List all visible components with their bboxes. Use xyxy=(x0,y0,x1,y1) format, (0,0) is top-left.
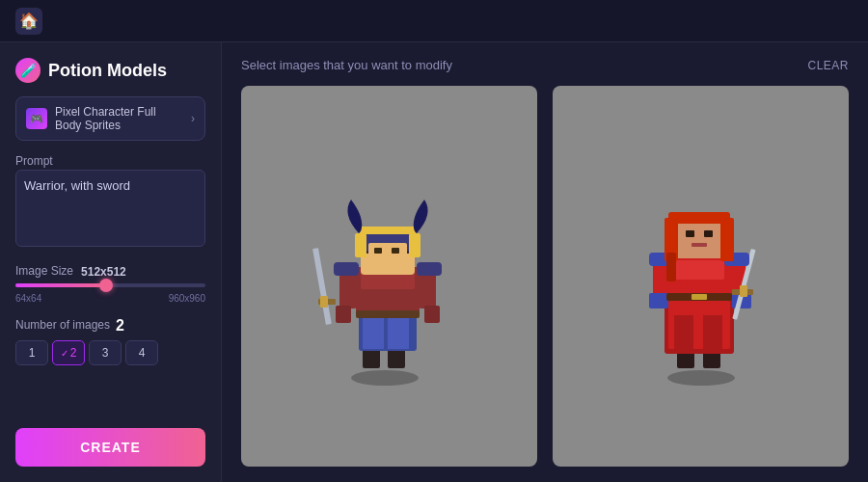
image-size-label: Image Size xyxy=(15,264,73,278)
num-images-btn-4[interactable]: 4 xyxy=(125,340,158,365)
svg-rect-53 xyxy=(704,230,713,237)
slider-max-label: 960x960 xyxy=(169,293,205,304)
slider-track xyxy=(15,283,205,287)
model-label: Pixel Character Full Body Sprites xyxy=(55,105,183,132)
num-images-value: 2 xyxy=(116,317,124,335)
svg-rect-13 xyxy=(312,248,332,325)
slider-labels: 64x64 960x960 xyxy=(15,293,205,304)
svg-rect-26 xyxy=(392,248,399,254)
svg-point-0 xyxy=(351,370,419,386)
num-images-btn-2[interactable]: ✓2 xyxy=(52,340,85,365)
svg-rect-33 xyxy=(703,315,722,349)
svg-rect-42 xyxy=(740,285,747,297)
clear-button[interactable]: CLEAR xyxy=(807,59,849,72)
content-header-text: Select images that you want to modify xyxy=(241,58,452,72)
svg-rect-37 xyxy=(649,293,668,308)
svg-rect-12 xyxy=(424,306,440,323)
chevron-right-icon: › xyxy=(191,112,195,125)
sidebar-title: 🧪 Potion Models xyxy=(15,58,205,83)
svg-rect-4 xyxy=(363,315,384,349)
svg-rect-23 xyxy=(409,233,420,257)
svg-rect-35 xyxy=(674,260,724,280)
svg-rect-22 xyxy=(355,233,366,257)
logo-icon: 🏠 xyxy=(15,8,42,35)
pixel-character-2 xyxy=(624,166,778,388)
image-card-1[interactable] xyxy=(241,86,537,467)
num-images-buttons: 1 ✓2 3 4 xyxy=(15,340,205,365)
num-images-label: Number of images xyxy=(15,318,110,332)
sidebar: 🧪 Potion Models 🎮 Pixel Character Full B… xyxy=(0,42,222,482)
svg-rect-56 xyxy=(692,294,707,300)
svg-rect-15 xyxy=(320,296,328,308)
svg-rect-50 xyxy=(666,253,676,281)
num-images-btn-3[interactable]: 3 xyxy=(89,340,122,365)
svg-rect-32 xyxy=(674,315,693,349)
prompt-label: Prompt xyxy=(15,154,205,168)
num-images-btn-1[interactable]: 1 xyxy=(15,340,48,365)
images-grid xyxy=(241,86,849,467)
slider-thumb xyxy=(99,279,113,292)
svg-point-27 xyxy=(667,370,735,386)
svg-rect-49 xyxy=(720,218,734,261)
svg-rect-8 xyxy=(356,310,420,318)
slider-min-label: 64x64 xyxy=(15,293,41,304)
image-size-section: Image Size 512x512 64x64 960x960 xyxy=(15,264,205,304)
topnav: 🏠 xyxy=(0,0,868,42)
svg-rect-21 xyxy=(359,227,417,234)
slider-fill xyxy=(15,283,101,287)
content-area: Select images that you want to modify CL… xyxy=(222,42,868,482)
image-size-value: 512x512 xyxy=(81,265,126,279)
svg-rect-5 xyxy=(388,315,409,349)
model-selector[interactable]: 🎮 Pixel Character Full Body Sprites › xyxy=(15,96,205,141)
svg-rect-54 xyxy=(692,243,707,247)
svg-rect-51 xyxy=(682,226,717,251)
svg-rect-25 xyxy=(374,248,382,254)
prompt-input[interactable]: Warrior, with sword xyxy=(15,170,205,247)
svg-rect-24 xyxy=(368,243,407,270)
pixel-character-1 xyxy=(312,166,467,388)
svg-rect-16 xyxy=(334,262,359,276)
main-layout: 🧪 Potion Models 🎮 Pixel Character Full B… xyxy=(0,42,868,482)
content-header: Select images that you want to modify CL… xyxy=(241,58,849,72)
svg-rect-52 xyxy=(686,230,694,237)
num-images-section: Number of images 2 1 ✓2 3 4 xyxy=(15,317,205,365)
prompt-section: Prompt Warrior, with sword xyxy=(15,154,205,251)
image-size-slider[interactable]: 64x64 960x960 xyxy=(15,283,205,304)
svg-rect-10 xyxy=(336,306,351,323)
sidebar-title-text: Potion Models xyxy=(48,61,167,81)
image-card-2[interactable] xyxy=(553,86,849,467)
create-button[interactable]: CREATE xyxy=(15,428,205,467)
potion-icon: 🧪 xyxy=(15,58,41,83)
svg-rect-17 xyxy=(417,262,442,276)
model-icon: 🎮 xyxy=(26,108,47,129)
